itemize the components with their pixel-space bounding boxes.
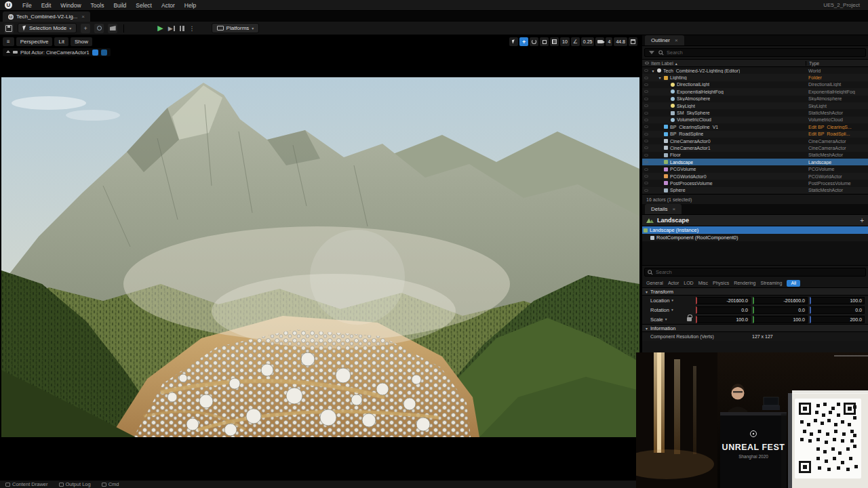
play-options-kebab-icon[interactable]: ⋮ (189, 25, 195, 32)
details-search-input[interactable] (656, 269, 863, 275)
value-z-field[interactable]: 0.0 (810, 306, 865, 314)
actor-type[interactable]: DirectionalLight (806, 82, 868, 87)
column-item-label[interactable]: Item Label (651, 61, 673, 66)
menu-item[interactable]: Select (131, 0, 157, 11)
visibility-eye-icon[interactable] (642, 119, 650, 121)
outliner-row[interactable]: CineCameraActor1 CineCameraActor (642, 144, 868, 151)
visibility-eye-icon[interactable] (642, 112, 650, 115)
outliner-row[interactable]: ▾ Tech_Combined-V2-Lighting (Editor) Wor… (642, 67, 868, 74)
visibility-eye-icon[interactable] (642, 133, 650, 136)
actor-type[interactable]: VolumetricCloud (806, 117, 868, 122)
lock-icon[interactable] (687, 317, 692, 321)
details-filter-button[interactable]: Rendering (734, 281, 755, 285)
grid-snap-button[interactable] (550, 37, 559, 46)
visibility-eye-icon[interactable] (642, 161, 650, 163)
platforms-dropdown[interactable]: Platforms ▾ (212, 23, 260, 33)
menu-item[interactable]: Help (180, 0, 201, 11)
outliner-row[interactable]: PCGVolume PCGVolume (642, 165, 868, 172)
select-tool-button[interactable] (509, 37, 518, 46)
actor-type[interactable]: Folder (806, 75, 868, 80)
visibility-eye-icon[interactable] (642, 83, 650, 86)
frame-skip-button[interactable]: ▶ (168, 25, 175, 32)
camera-speed-value[interactable]: 4 (606, 37, 612, 46)
level-viewport[interactable]: ≡ Perspective Lit Show + 10 ∠ 0.25 4 44.… (0, 35, 642, 480)
add-content-button[interactable]: + (81, 24, 90, 33)
sort-ascending-icon[interactable]: ▴ (675, 61, 677, 66)
scale-tool-button[interactable] (540, 37, 549, 46)
visibility-eye-icon[interactable] (642, 154, 650, 157)
rotation-snap-button[interactable]: ∠ (571, 37, 580, 46)
visibility-eye-icon[interactable] (642, 125, 650, 128)
filter-funnel-icon[interactable] (649, 51, 654, 54)
outliner-search[interactable] (644, 48, 866, 57)
visibility-eye-icon[interactable] (642, 175, 650, 178)
value-y-field[interactable]: 0.0 (753, 306, 808, 314)
details-filter-button[interactable]: Streaming (760, 281, 782, 285)
details-filter-button[interactable]: All (787, 280, 800, 287)
outliner-row[interactable]: SkyLight SkyLight (642, 102, 868, 109)
scale-snap-value[interactable]: 0.25 (581, 37, 595, 46)
outliner-row[interactable]: BP_ClearingSpline_V1 Edit BP_ClearingS..… (642, 123, 868, 130)
transform-row-label[interactable]: Scale ▾ (650, 317, 684, 323)
value-x-field[interactable]: 0.0 (696, 306, 751, 314)
component-row[interactable]: RootComponent (RootComponent0) (642, 234, 868, 241)
outliner-row[interactable]: Floor StaticMeshActor (642, 152, 868, 159)
asset-tab[interactable]: U Tech_Combined-V2-Lig... × (3, 12, 90, 22)
outliner-row[interactable]: PostProcessVolume PostProcessVolume (642, 180, 868, 186)
visibility-eye-icon[interactable] (642, 189, 650, 192)
details-filter-button[interactable]: General (646, 281, 663, 285)
menu-item[interactable]: Tools (86, 0, 109, 11)
status-bar-item[interactable]: Output Log (59, 481, 91, 487)
expand-arrow-icon[interactable]: ▾ (658, 75, 662, 80)
value-z-field[interactable]: 200.0 (810, 316, 865, 323)
outliner-row[interactable]: ExponentialHeightFog ExponentialHeightFo… (642, 88, 868, 95)
actor-type[interactable]: StaticMeshActor (806, 152, 868, 157)
actor-type[interactable]: Edit BP_ClearingS... (806, 125, 868, 129)
viewport-menu-button[interactable]: ≡ (3, 37, 14, 46)
menu-item[interactable]: Window (56, 0, 85, 11)
outliner-row[interactable]: Landscape Landscape (642, 159, 868, 165)
selection-mode-dropdown[interactable]: Selection Mode ▾ (18, 23, 77, 33)
pilot-toggle-icon[interactable] (92, 49, 98, 56)
outliner-row[interactable]: VolumetricCloud VolumetricCloud (642, 117, 868, 123)
value-x-field[interactable]: 100.0 (696, 316, 751, 323)
status-bar-item[interactable]: Cmd (102, 481, 119, 487)
details-tab[interactable]: Details × (645, 204, 682, 214)
actor-type[interactable]: StaticMeshActor (806, 110, 868, 115)
outliner-row[interactable]: DirectionalLight DirectionalLight (642, 81, 868, 88)
actor-type[interactable]: StaticMeshActor (806, 188, 868, 192)
blueprints-button[interactable] (94, 24, 104, 33)
actor-type[interactable]: Landscape (806, 160, 868, 165)
pilot-lock-toggle-icon[interactable] (101, 49, 107, 56)
actor-type[interactable]: PCGWorldActor (806, 174, 868, 179)
actor-type[interactable]: World (806, 68, 868, 73)
unreal-logo-icon[interactable]: U (5, 1, 12, 9)
outliner-row[interactable]: PCGWorldActor0 PCGWorldActor (642, 173, 868, 180)
component-row[interactable]: Landscape (Instance) (642, 226, 868, 234)
screen-percentage-value[interactable]: 44.8 (614, 37, 627, 46)
details-filter-button[interactable]: Misc (698, 281, 708, 285)
visibility-eye-icon[interactable] (642, 146, 650, 149)
value-y-field[interactable]: -201600.0 (753, 297, 808, 304)
transform-row-label[interactable]: Location ▾ (650, 298, 684, 304)
outliner-row[interactable]: SkyAtmosphere SkyAtmosphere (642, 96, 868, 102)
actor-type[interactable]: CineCameraActor (806, 139, 868, 144)
menu-item[interactable]: File (18, 0, 37, 11)
details-filter-button[interactable]: LOD (684, 281, 693, 285)
actor-type[interactable]: PCGVolume (806, 167, 868, 171)
visibility-eye-icon[interactable] (642, 140, 650, 142)
view-mode-dropdown[interactable]: Lit (54, 37, 68, 46)
outliner-row[interactable]: Sphere StaticMeshActor (642, 187, 868, 194)
menu-item[interactable]: Edit (37, 0, 56, 11)
outliner-row[interactable]: SM_SkySphere StaticMeshActor (642, 109, 868, 116)
visibility-eye-icon[interactable] (645, 62, 649, 64)
cinematics-button[interactable] (108, 24, 117, 33)
outliner-row[interactable]: CineCameraActor0 CineCameraActor (642, 138, 868, 144)
show-flags-dropdown[interactable]: Show (71, 37, 92, 46)
visibility-eye-icon[interactable] (642, 104, 650, 107)
value-z-field[interactable]: 100.0 (810, 297, 865, 304)
actor-type[interactable]: CineCameraActor (806, 146, 868, 150)
close-icon[interactable]: × (675, 37, 678, 43)
status-bar-item[interactable]: Content Drawer (5, 481, 48, 487)
perspective-dropdown[interactable]: Perspective (16, 37, 53, 46)
